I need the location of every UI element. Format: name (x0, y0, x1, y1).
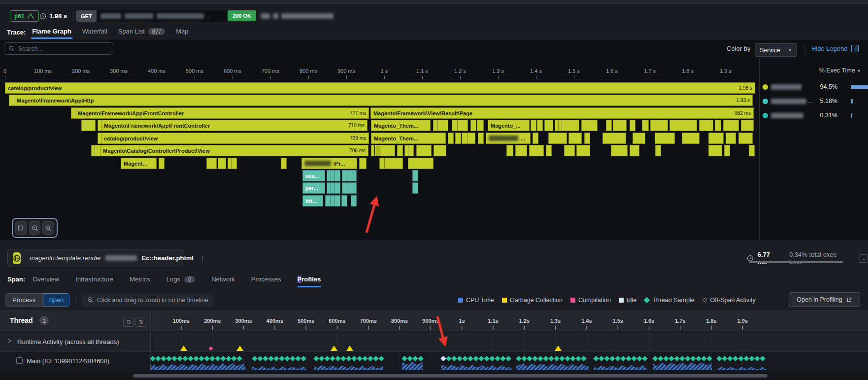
flame-span-bar[interactable]: Magento_Them... (371, 133, 446, 144)
flame-span-bar[interactable]: catalog/product/view709 ms (101, 133, 369, 144)
flame-span-bar[interactable] (457, 120, 468, 131)
flame-span-bar[interactable] (584, 133, 590, 144)
flame-span-bar[interactable] (699, 120, 713, 131)
flame-span-bar[interactable] (477, 120, 484, 131)
flame-span-bar[interactable] (548, 133, 567, 144)
flame-span-bar[interactable] (630, 120, 635, 131)
horizontal-scrollbar[interactable] (133, 374, 768, 378)
tab-profiles[interactable]: Profiles (298, 276, 321, 287)
flame-span-bar[interactable] (408, 158, 434, 169)
flame-span-bar[interactable] (86, 120, 96, 131)
flame-span-bar[interactable] (537, 120, 543, 131)
flame-span-bar[interactable] (434, 145, 446, 156)
flame-span-bar[interactable] (442, 120, 448, 131)
flame-span-bar[interactable] (384, 145, 395, 156)
tab-flame-graph[interactable]: Flame Graph (32, 28, 71, 37)
flame-span-bar[interactable] (408, 145, 414, 156)
tab-network[interactable]: Network (211, 276, 235, 286)
tab-map[interactable]: Map (176, 28, 188, 37)
flame-span-bar[interactable] (515, 145, 527, 156)
thread-sort-button[interactable]: ⇅ (135, 317, 146, 327)
flame-span-bar[interactable] (564, 145, 575, 156)
flame-span-bar[interactable] (159, 158, 165, 169)
flame-span-bar[interactable] (630, 145, 639, 156)
zoom-out-button[interactable] (29, 221, 41, 235)
flame-span-bar[interactable] (334, 170, 340, 181)
flame-span-bar[interactable]: Magento\Framework\App\FrontController710… (101, 120, 367, 131)
flame-span-bar[interactable] (606, 120, 612, 131)
flame-span-bar[interactable] (708, 145, 722, 156)
flame-span-bar[interactable] (529, 145, 544, 156)
flame-span-bar[interactable] (334, 182, 340, 194)
percentile-badge[interactable]: p61 (10, 10, 39, 22)
flame-span-bar[interactable] (478, 133, 484, 144)
flame-span-bar[interactable] (723, 120, 739, 131)
tab-span-list[interactable]: Span List 877 (118, 28, 166, 37)
tab-waterfall[interactable]: Waterfall (82, 28, 107, 37)
flame-span-bar[interactable] (546, 145, 552, 156)
legend-service-row[interactable]: 0.31% (763, 110, 864, 120)
flame-span-bar[interactable] (738, 133, 753, 144)
collapse-section-icon[interactable]: ⌄ (860, 254, 868, 263)
flame-span-bar[interactable] (412, 182, 418, 194)
flame-span-bar[interactable]: Magento_Them... (371, 120, 431, 131)
exec-time-header[interactable]: % Exec Time ▼ (788, 67, 861, 74)
flame-span-bar[interactable] (218, 158, 226, 169)
flame-span-bar[interactable]: per... (302, 182, 325, 194)
flame-span-bar[interactable] (506, 145, 513, 156)
flame-span-bar[interactable]: catalog/product/view1.98 s (5, 82, 755, 94)
flame-span-bar[interactable] (467, 133, 475, 144)
flame-span-bar[interactable] (412, 170, 418, 181)
reset-zoom-button[interactable] (15, 221, 27, 235)
flame-span-bar[interactable] (341, 195, 347, 207)
flame-span-bar[interactable]: Magento\Catalog\Controller\Product\View7… (100, 145, 368, 156)
flame-span-bar[interactable]: Magent... (121, 158, 157, 169)
tab-processes[interactable]: Processes (251, 276, 281, 286)
flame-span-bar[interactable] (531, 120, 536, 131)
flame-span-bar[interactable] (655, 133, 675, 144)
selected-span-pill[interactable]: magento.template.render _Ec::header.phtm… (7, 249, 183, 267)
flame-span-bar[interactable] (416, 145, 432, 156)
toggle-process[interactable]: Process (5, 293, 43, 307)
flame-span-bar[interactable] (726, 133, 736, 144)
thread-search-button[interactable] (123, 317, 134, 327)
flame-span-bar[interactable] (533, 133, 538, 144)
tab-logs[interactable]: Logs 0 (167, 276, 195, 286)
flame-span-bar[interactable] (455, 133, 461, 144)
legend-service-row[interactable]: 94.5% (763, 82, 864, 92)
chevron-right-icon[interactable]: > (8, 337, 11, 345)
flame-span-bar[interactable]: ... (486, 133, 531, 144)
flame-span-bar[interactable]: Magento\Framework\App\Http1.93 s (14, 95, 753, 106)
tab-metrics[interactable]: Metrics (130, 276, 150, 286)
flame-span-bar[interactable] (602, 133, 626, 144)
hide-legend-button[interactable]: Hide Legend › (811, 45, 859, 52)
tab-infrastructure[interactable]: Infrastructure (75, 276, 113, 286)
flame-span-bar[interactable] (655, 145, 661, 156)
legend-service-row[interactable]: ...5.18% (763, 96, 864, 106)
flame-span-bar[interactable] (708, 133, 724, 144)
flame-span-bar[interactable] (581, 120, 598, 131)
tab-overview[interactable]: Overview (33, 276, 59, 286)
flame-span-bar[interactable] (334, 195, 340, 207)
flame-span-bar[interactable] (741, 120, 754, 131)
flame-span-bar[interactable] (470, 120, 476, 131)
flame-span-bar[interactable] (281, 158, 287, 169)
flame-span-bar[interactable] (611, 145, 628, 156)
flame-span-bar[interactable] (351, 170, 357, 181)
flame-span-bar[interactable] (562, 120, 579, 131)
flame-span-bar[interactable] (351, 182, 357, 194)
zoom-in-button[interactable] (42, 221, 54, 235)
flame-span-bar[interactable]: Magento\Framework\App\FrontController777… (75, 107, 369, 119)
flame-span-bar[interactable]: Magento_... (488, 120, 530, 131)
flame-span-bar[interactable] (568, 133, 582, 144)
color-by-select[interactable]: Service ▼ (755, 43, 797, 57)
flame-span-bar[interactable]: Magento\Framework\View\Result\Page982 ms (370, 107, 754, 119)
resource-pill[interactable]: GET ... (76, 10, 228, 22)
flame-span-bar[interactable] (642, 120, 649, 131)
flame-span-bar[interactable]: htt... (302, 195, 323, 207)
flame-span-bar[interactable] (351, 195, 357, 207)
main-thread-row[interactable]: Main (ID: 139901124884608) (0, 352, 868, 372)
toggle-span[interactable]: Span (43, 293, 69, 307)
flame-span-bar[interactable] (544, 120, 553, 131)
flame-span-bar[interactable]: sea... (302, 170, 325, 181)
